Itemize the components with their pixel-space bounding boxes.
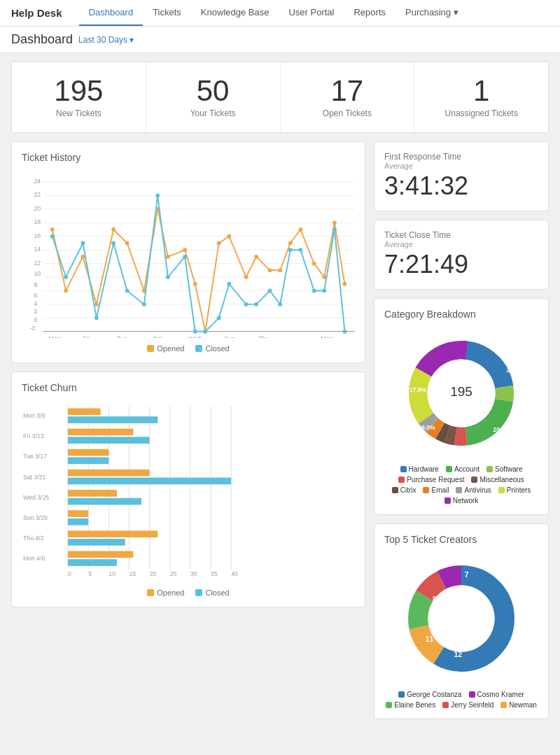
svg-point-72	[244, 302, 248, 306]
svg-text:20: 20	[34, 205, 41, 212]
cat-antivirus: Antivirus	[456, 486, 491, 494]
closed-label: Closed	[205, 344, 229, 353]
svg-text:Sat: Sat	[153, 335, 162, 338]
churn-row5-closed	[68, 498, 141, 505]
svg-point-66	[166, 275, 170, 279]
creator-jerry-label: Jerry Seinfeld	[451, 701, 493, 709]
ticket-close-value: 7:21:49	[384, 250, 538, 279]
svg-text:5: 5	[88, 570, 92, 577]
nav-tab-dashboard[interactable]: Dashboard	[79, 0, 144, 26]
stat-new-number: 195	[19, 76, 139, 106]
creator-newman-dot	[500, 702, 507, 708]
churn-row1-opened	[68, 408, 101, 415]
stat-your-number: 50	[153, 76, 273, 106]
cat-software-label: Software	[495, 465, 522, 473]
svg-point-35	[64, 289, 68, 293]
churn-closed-label: Closed	[205, 588, 229, 597]
svg-text:18: 18	[34, 218, 41, 225]
svg-point-73	[254, 302, 258, 306]
svg-text:8: 8	[34, 281, 37, 288]
nav-bar: Help Desk Dashboard Tickets Knowledge Ba…	[0, 0, 560, 27]
svg-point-70	[217, 316, 221, 320]
svg-text:19.0%: 19.0%	[418, 424, 435, 431]
top-creators-card: Top 5 Ticket Creators	[374, 523, 549, 719]
cat-email-label: Email	[431, 486, 449, 494]
legend-opened: Opened	[147, 344, 184, 353]
churn-chart-svg: Mon 3/9 Fri 3/13 Tue 3/17 Sat 3/21 Wed 3…	[22, 400, 355, 582]
churn-row2-opened	[68, 429, 133, 436]
nav-tab-tickets[interactable]: Tickets	[143, 0, 191, 26]
nav-tab-portal[interactable]: User Portal	[279, 0, 344, 26]
category-breakdown-card: Category Breakdown	[374, 298, 549, 515]
svg-point-79	[322, 289, 326, 293]
svg-text:195: 195	[450, 384, 472, 399]
svg-text:16: 16	[34, 232, 41, 239]
cat-hardware-label: Hardware	[409, 465, 439, 473]
cat-printers: Printers	[498, 486, 531, 494]
svg-point-77	[298, 248, 302, 252]
svg-point-57	[343, 282, 347, 286]
cat-account-label: Account	[454, 465, 479, 473]
cat-antivirus-dot	[456, 487, 462, 493]
first-response-value: 3:41:32	[384, 171, 538, 201]
nav-tab-kb[interactable]: Knowledge Base	[191, 0, 279, 26]
svg-text:4: 4	[34, 300, 37, 307]
cat-printers-label: Printers	[507, 486, 531, 494]
svg-point-37	[94, 302, 99, 306]
cat-account: Account	[446, 465, 479, 473]
svg-point-62	[111, 241, 115, 246]
churn-opened-dot	[147, 589, 154, 596]
svg-point-60	[81, 241, 85, 246]
cat-hardware-dot	[400, 466, 407, 472]
cat-hardware: Hardware	[400, 465, 439, 473]
creator-cosmo-dot	[469, 691, 475, 698]
right-column: First Response Time Average 3:41:32 Tick…	[374, 141, 549, 719]
stat-unassigned-tickets: 1 Unassigned Tickets	[414, 62, 548, 132]
stat-open-tickets: 17 Open Tickets	[281, 62, 415, 132]
nav-tab-reports[interactable]: Reports	[344, 0, 396, 26]
churn-row5-opened	[68, 490, 117, 497]
svg-text:7: 7	[465, 571, 469, 579]
svg-text:2: 2	[34, 308, 37, 315]
cat-citrix: Citrix	[392, 486, 416, 494]
svg-point-81	[343, 330, 347, 334]
stat-your-label: Your Tickets	[153, 108, 273, 118]
svg-text:11: 11	[426, 635, 434, 643]
date-filter-button[interactable]: Last 30 Days ▾	[78, 35, 134, 45]
cat-citrix-label: Citrix	[400, 486, 416, 494]
svg-point-76	[288, 248, 293, 252]
svg-point-38	[111, 227, 115, 232]
svg-point-58	[50, 234, 55, 239]
svg-text:Sun: Sun	[224, 335, 235, 338]
stat-unassigned-number: 1	[421, 76, 541, 106]
main-content: 195 New Tickets 50 Your Tickets 17 Open …	[0, 53, 560, 736]
opened-dot	[147, 345, 154, 352]
svg-text:12: 12	[34, 260, 41, 267]
svg-point-64	[142, 302, 146, 306]
svg-text:Tue 3/17: Tue 3/17	[23, 453, 47, 460]
nav-tab-purchasing[interactable]: Purchasing ▾	[396, 0, 468, 26]
svg-point-39	[125, 241, 130, 246]
svg-point-50	[268, 268, 272, 272]
churn-row4-closed	[68, 478, 231, 485]
creator-elaine: Elaine Benes	[386, 701, 435, 709]
svg-text:-2: -2	[30, 325, 36, 332]
svg-text:10: 10	[108, 570, 115, 577]
svg-text:Fri: Fri	[83, 335, 90, 338]
creator-george-dot	[398, 691, 405, 698]
svg-point-63	[125, 289, 130, 293]
category-donut-svg: 195 22.6% 20.5% 19.0% 17.9%	[395, 327, 528, 460]
cat-purchase-dot	[398, 477, 405, 483]
content-row: Ticket History 24 22 20 18 16 14 12 10 8…	[11, 141, 549, 719]
svg-text:6: 6	[34, 292, 37, 299]
creators-legend: George Costanza Cosmo Kramer Elaine Bene…	[384, 691, 538, 709]
svg-text:Thu 4/2: Thu 4/2	[23, 535, 44, 542]
opened-label: Opened	[157, 344, 184, 353]
cat-network-dot	[444, 498, 451, 504]
svg-text:40: 40	[231, 570, 238, 577]
churn-row8-closed	[68, 559, 117, 566]
svg-point-78	[312, 289, 316, 293]
svg-text:Fri 3/13: Fri 3/13	[23, 432, 44, 439]
svg-point-44	[193, 282, 197, 286]
svg-text:Sun 3/29: Sun 3/29	[23, 514, 48, 521]
